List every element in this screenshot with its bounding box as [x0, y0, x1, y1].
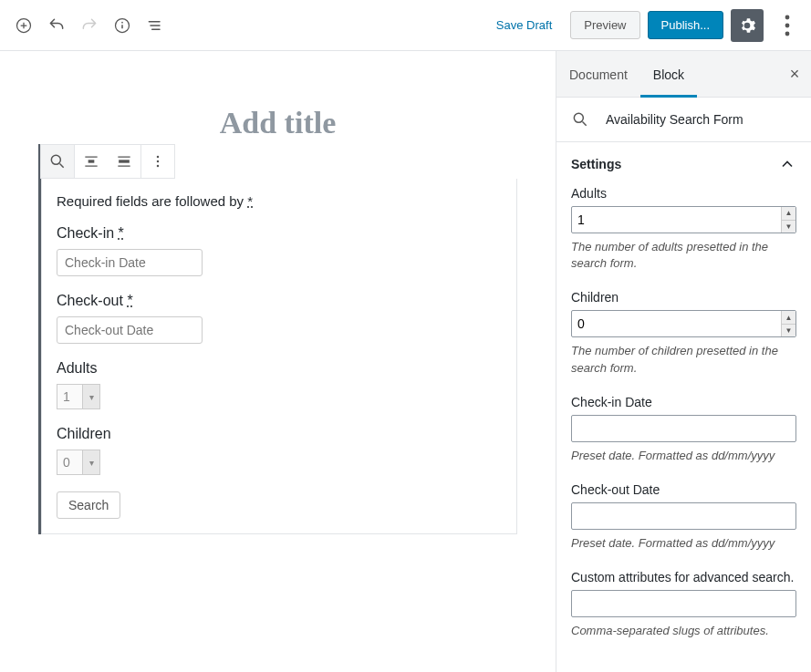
- align-wide-button[interactable]: [108, 145, 140, 178]
- adults-value: 1: [57, 384, 82, 409]
- block-body: Required fields are followed by * Check-…: [41, 179, 517, 534]
- topbar-left: [7, 9, 172, 42]
- settings-sidebar: Document Block × Availability Search For…: [556, 51, 811, 672]
- plus-circle-icon: [15, 16, 33, 35]
- editor-topbar: Save Draft Preview Publish...: [0, 0, 811, 51]
- sb-adults-input[interactable]: [571, 206, 796, 233]
- children-field: Children 0 ▾: [57, 426, 502, 475]
- list-icon: [146, 16, 164, 35]
- sb-custom-attr-input[interactable]: [571, 590, 796, 617]
- sb-checkin-help: Preset date. Formatted as dd/mm/yyyy: [571, 448, 796, 464]
- svg-rect-8: [119, 160, 130, 162]
- svg-point-11: [157, 165, 160, 168]
- redo-button: [73, 9, 106, 42]
- gear-icon: [738, 16, 756, 35]
- block-info: Availability Search Form: [556, 98, 811, 142]
- svg-point-6: [51, 155, 60, 164]
- children-value: 0: [57, 450, 82, 475]
- sb-checkout-field: Check-out Date Preset date. Formatted as…: [571, 482, 796, 552]
- align-center-button[interactable]: [75, 145, 108, 178]
- editor-canvas: Add title Required fields are followed b…: [0, 51, 556, 672]
- undo-icon: [47, 16, 66, 35]
- kebab-icon: [149, 152, 167, 171]
- topbar-right: Save Draft Preview Publish...: [485, 9, 804, 42]
- sb-adults-help: The number of adults presetted in the se…: [571, 239, 796, 272]
- availability-search-block[interactable]: Required fields are followed by * Check-…: [38, 144, 517, 534]
- sb-checkin-field: Check-in Date Preset date. Formatted as …: [571, 395, 796, 464]
- more-menu-button[interactable]: [771, 9, 804, 42]
- svg-point-10: [157, 160, 160, 163]
- publish-button[interactable]: Publish...: [648, 11, 723, 39]
- chevron-down-icon: ▾: [82, 450, 100, 475]
- sb-adults-field: Adults ▲▼ The number of adults presetted…: [571, 186, 796, 272]
- svg-rect-7: [88, 160, 95, 162]
- tab-block[interactable]: Block: [640, 51, 697, 98]
- adults-field: Adults 1 ▾: [57, 360, 502, 409]
- sb-custom-attr-help: Comma-separated slugs of attributes.: [571, 623, 796, 639]
- sb-children-input[interactable]: [571, 310, 796, 337]
- number-stepper[interactable]: ▲▼: [781, 311, 795, 336]
- sb-children-label: Children: [571, 290, 796, 305]
- add-block-button[interactable]: [7, 9, 40, 42]
- align-wide-icon: [115, 152, 133, 171]
- search-icon: [48, 152, 67, 171]
- sb-adults-label: Adults: [571, 186, 796, 201]
- checkin-label: Check-in *: [57, 225, 502, 242]
- info-icon: [113, 16, 131, 35]
- svg-point-2: [121, 21, 123, 23]
- required-note: Required fields are followed by *: [57, 193, 502, 209]
- block-toolbar: [40, 144, 175, 179]
- block-more-button[interactable]: [141, 145, 174, 178]
- close-icon: ×: [790, 65, 800, 83]
- checkout-label: Check-out *: [57, 293, 502, 309]
- sb-custom-attr-label: Custom attributes for advanced search.: [571, 570, 796, 584]
- info-button[interactable]: [106, 9, 139, 42]
- sb-checkin-label: Check-in Date: [571, 395, 796, 409]
- sidebar-tabs: Document Block ×: [556, 51, 811, 98]
- children-stepper[interactable]: 0 ▾: [57, 450, 100, 475]
- sb-children-field: Children ▲▼ The number of children prese…: [571, 290, 796, 376]
- chevron-up-icon: [778, 155, 796, 173]
- sb-checkout-label: Check-out Date: [571, 482, 796, 497]
- preview-button[interactable]: Preview: [570, 11, 639, 39]
- redo-icon: [80, 16, 99, 35]
- search-icon: [571, 110, 589, 129]
- settings-toggle-button[interactable]: [731, 9, 764, 42]
- tab-document[interactable]: Document: [556, 51, 640, 97]
- checkout-input[interactable]: [57, 316, 203, 344]
- sb-checkin-input[interactable]: [571, 415, 796, 442]
- chevron-down-icon: ▾: [82, 384, 100, 409]
- number-stepper[interactable]: ▲▼: [781, 207, 795, 233]
- post-title-input[interactable]: Add title: [0, 106, 556, 140]
- main-area: Add title Required fields are followed b…: [0, 51, 811, 672]
- sidebar-close-button[interactable]: ×: [784, 63, 806, 85]
- children-label: Children: [57, 426, 502, 442]
- svg-point-3: [785, 15, 790, 19]
- block-type-button[interactable]: [41, 145, 74, 178]
- svg-point-12: [574, 113, 583, 122]
- undo-button[interactable]: [40, 9, 73, 42]
- sb-checkout-help: Preset date. Formatted as dd/mm/yyyy: [571, 535, 796, 552]
- sb-children-help: The number of children presetted in the …: [571, 343, 796, 376]
- settings-panel-header[interactable]: Settings: [556, 142, 811, 186]
- checkout-field: Check-out *: [57, 293, 502, 344]
- adults-stepper[interactable]: 1 ▾: [57, 384, 100, 409]
- outline-button[interactable]: [139, 9, 172, 42]
- block-title: Availability Search Form: [606, 112, 743, 127]
- checkin-field: Check-in *: [57, 225, 502, 276]
- adults-label: Adults: [57, 360, 502, 377]
- sb-checkout-input[interactable]: [571, 502, 796, 530]
- save-draft-button[interactable]: Save Draft: [485, 11, 563, 39]
- checkin-input[interactable]: [57, 249, 203, 276]
- sb-custom-attr-field: Custom attributes for advanced search. C…: [571, 570, 796, 639]
- svg-point-5: [785, 31, 790, 36]
- kebab-icon: [771, 9, 804, 42]
- svg-point-9: [157, 156, 160, 159]
- settings-panel-body: Adults ▲▼ The number of adults presetted…: [556, 186, 811, 672]
- align-center-icon: [82, 152, 100, 171]
- svg-point-4: [785, 23, 790, 27]
- search-button[interactable]: Search: [57, 491, 120, 519]
